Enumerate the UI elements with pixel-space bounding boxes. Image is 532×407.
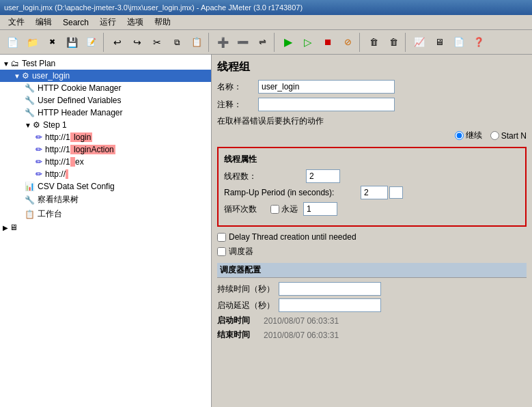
radio-continue[interactable]: 继续 <box>455 130 482 141</box>
tree-item-step1[interactable]: ▼ ⚙ Step 1 <box>0 119 211 131</box>
step1-icon: ⚙ <box>33 120 40 130</box>
tree-item-csv[interactable]: 🔧 察看结果树 <box>0 193 211 207</box>
close-button[interactable]: ✖ <box>42 33 61 52</box>
template-button[interactable]: 📄 <box>449 33 468 52</box>
tree-item-result[interactable]: 📋 工作台 <box>0 207 211 221</box>
end-time-row: 结束时间 2010/08/07 06:03:31 <box>217 329 527 341</box>
test-plan-label: Test Plan <box>22 59 55 68</box>
remote-button[interactable]: 🖥 <box>430 33 449 52</box>
start-time-label: 启动时间 <box>217 315 258 326</box>
cut-button[interactable]: ✂ <box>148 33 167 52</box>
scheduler-config-title: 调度器配置 <box>217 263 527 278</box>
start-delay-input[interactable] <box>279 298 381 312</box>
clear-button[interactable]: 🗑 <box>364 33 383 52</box>
ramp-slider[interactable] <box>389 186 403 199</box>
name-row: 名称： <box>217 80 527 94</box>
duration-row: 持续时间（秒） <box>217 282 527 296</box>
delay-label: Delay Thread creation until needed <box>229 232 356 242</box>
sep5 <box>405 33 408 52</box>
start-time-value: 2010/08/07 06:03:31 <box>264 316 339 326</box>
http1-icon: ✏ <box>36 132 42 142</box>
radio-startn[interactable]: Start N <box>490 131 527 141</box>
menu-options[interactable]: 选项 <box>122 15 149 29</box>
menu-search[interactable]: Search <box>57 16 94 29</box>
tree-item-workbench[interactable]: ▶ 🖥 <box>0 221 211 234</box>
workbench-expand-icon: ▶ <box>3 224 8 231</box>
forever-checkbox-label[interactable]: 永远 <box>270 204 298 215</box>
delay-checkbox[interactable] <box>217 233 226 242</box>
http2-label: http://1 loginAction <box>45 145 115 154</box>
tree-item-http-cookie[interactable]: 🔧 HTTP Cookie Manager <box>0 82 211 94</box>
start-button[interactable]: ▶ <box>279 33 298 52</box>
saveas-button[interactable]: 📝 <box>82 33 101 52</box>
name-input[interactable] <box>258 80 395 94</box>
title-text: user_login.jmx (D:\apache-jmeter-3.0\jmx… <box>4 3 303 12</box>
thread-count-label: 线程数： <box>224 171 306 182</box>
help-button[interactable]: ❓ <box>469 33 488 52</box>
redo-button[interactable]: ↪ <box>128 33 147 52</box>
http2-icon: ✏ <box>36 145 42 154</box>
result-icon: 📋 <box>25 210 35 219</box>
copy-button[interactable]: ⧉ <box>167 33 186 52</box>
report-label: CSV Data Set Config <box>38 182 115 191</box>
tree-item-http-header[interactable]: 🔧 HTTP Header Manager <box>0 107 211 119</box>
scheduler-checkbox[interactable] <box>217 247 226 256</box>
sep4 <box>359 33 362 52</box>
radio-startn-input[interactable] <box>490 131 499 140</box>
clearall-button[interactable]: 🗑 <box>384 33 403 52</box>
menu-bar: 文件 编辑 Search 运行 选项 帮助 <box>0 15 532 30</box>
radio-continue-input[interactable] <box>455 131 464 140</box>
thread-props-title: 线程属性 <box>224 154 520 165</box>
scheduler-row: 调度器 <box>217 246 527 257</box>
menu-file[interactable]: 文件 <box>3 15 30 29</box>
menu-help[interactable]: 帮助 <box>149 15 176 29</box>
comment-input[interactable] <box>258 98 395 111</box>
forever-checkbox[interactable] <box>270 205 279 214</box>
duration-label: 持续时间（秒） <box>217 283 279 295</box>
http4-label: http:// <box>45 169 68 179</box>
radio-row: 继续 Start N <box>217 130 527 141</box>
shutdown-button[interactable]: ⊘ <box>338 33 357 52</box>
expand-button[interactable]: ➕ <box>213 33 232 52</box>
report-icon: 📊 <box>25 182 35 191</box>
tree-item-http4[interactable]: ✏ http:// <box>0 168 211 180</box>
workbench-icon: 🖥 <box>10 223 18 232</box>
duration-input[interactable] <box>279 282 381 296</box>
paste-button[interactable]: 📋 <box>187 33 206 52</box>
tree-item-http1[interactable]: ✏ http://1 login <box>0 131 211 143</box>
chart-button[interactable]: 📈 <box>410 33 429 52</box>
save-button[interactable] <box>62 33 81 52</box>
ramp-input[interactable] <box>361 186 388 199</box>
thread-count-input[interactable] <box>306 169 340 183</box>
http-header-label: HTTP Header Manager <box>38 108 123 117</box>
tree-item-test-plan[interactable]: ▼ 🗂 Test Plan <box>0 57 211 70</box>
toolbar: ✖ 📝 ↩ ↪ ✂ ⧉ 📋 ➕ ➖ ⇌ ▶ ▷ ⏹ ⊘ 🗑 🗑 📈 🖥 📄 ❓ <box>0 30 532 55</box>
stop-button[interactable]: ⏹ <box>318 33 337 52</box>
undo-button[interactable]: ↩ <box>108 33 127 52</box>
toggle-button[interactable]: ⇌ <box>253 33 272 52</box>
new-button[interactable] <box>3 33 22 52</box>
startno-button[interactable]: ▷ <box>298 33 318 52</box>
sep2 <box>208 33 211 52</box>
tree-item-http2[interactable]: ✏ http://1 loginAction <box>0 143 211 156</box>
tree-expand-icon: ▼ <box>3 60 10 68</box>
user-defined-icon: 🔧 <box>25 96 35 105</box>
open-button[interactable] <box>23 33 42 52</box>
http-cookie-label: HTTP Cookie Manager <box>38 83 122 93</box>
menu-edit[interactable]: 编辑 <box>30 15 57 29</box>
tree-item-user-defined[interactable]: 🔧 User Defined Variables <box>0 94 211 107</box>
right-panel: 线程组 名称： 注释： 在取样器错误后要执行的动作 继续 Start N <box>212 55 532 407</box>
loop-input[interactable] <box>303 202 337 216</box>
collapse-button[interactable]: ➖ <box>233 33 252 52</box>
http4-icon: ✏ <box>36 169 42 179</box>
left-panel: ▼ 🗂 Test Plan ▼ ⚙ user_login 🔧 HTTP Cook… <box>0 55 212 407</box>
tree-item-report[interactable]: 📊 CSV Data Set Config <box>0 180 211 193</box>
csv-label: 察看结果树 <box>38 194 79 206</box>
forever-label: 永远 <box>281 204 298 215</box>
user-login-icon: ⚙ <box>22 71 29 81</box>
radio-startn-label: Start N <box>501 131 527 141</box>
menu-run[interactable]: 运行 <box>94 15 122 29</box>
tree-item-http3[interactable]: ✏ http://1 ex <box>0 156 211 168</box>
tree-item-user-login[interactable]: ▼ ⚙ user_login <box>0 70 211 82</box>
sep1 <box>103 33 106 52</box>
